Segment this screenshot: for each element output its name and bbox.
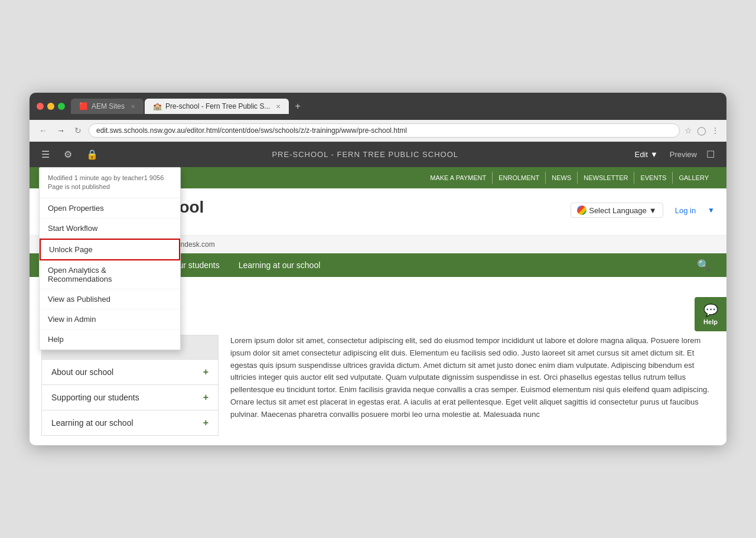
preview-mode-button[interactable]: Preview	[665, 148, 702, 161]
menu-icon[interactable]: ⋮	[711, 126, 719, 135]
help-button-label: Help	[698, 318, 723, 325]
back-button[interactable]: ←	[37, 125, 50, 136]
aem-toolbar-left: ☰ ⚙ 🔒	[39, 146, 100, 162]
help-item[interactable]: Help	[40, 330, 180, 350]
tab-aem-label: AEM Sites	[92, 102, 125, 110]
minimize-window-button[interactable]	[47, 103, 54, 110]
forward-button[interactable]: →	[54, 125, 67, 136]
start-workflow-item[interactable]: Start Workflow	[40, 219, 180, 239]
context-menu: Modified 1 minute ago by teacher1 9056 P…	[39, 167, 181, 350]
address-bar: ← → ↻ ☆ ◯ ⋮	[30, 120, 726, 142]
header-right: Select Language ▼ Log in ▼	[571, 203, 715, 218]
top-nav-enrolment[interactable]: ENROLMENT	[493, 172, 546, 184]
google-icon	[577, 206, 586, 215]
sidebar-about-expand-icon[interactable]: +	[203, 367, 208, 377]
chat-icon: 💬	[698, 303, 723, 317]
sidebar-item-supporting[interactable]: Supporting our students +	[42, 384, 218, 410]
search-icon[interactable]: 🔍	[692, 254, 715, 276]
aem-toolbar-right: Edit ▼ Preview ☐	[630, 146, 717, 162]
top-nav-gallery[interactable]: GALLERY	[673, 172, 715, 184]
sidebar-supporting-expand-icon[interactable]: +	[203, 392, 208, 403]
address-input[interactable]	[89, 123, 680, 138]
edit-chevron-icon: ▼	[650, 150, 658, 159]
tab-aem-sites[interactable]: 🟥 AEM Sites ✕	[71, 99, 144, 114]
tab-preschool[interactable]: 🏫 Pre-school - Fern Tree Public S... ✕	[145, 99, 289, 114]
edit-mode-button[interactable]: Edit ▼	[630, 148, 662, 161]
sidebar-toggle-button[interactable]: ☰	[39, 146, 52, 162]
language-chevron-icon: ▼	[649, 206, 657, 215]
main-nav-learning[interactable]: Learning at our school	[229, 253, 330, 277]
login-button[interactable]: Log in	[670, 204, 700, 217]
aem-toolbar: ☰ ⚙ 🔒 PRE-SCHOOL - FERN TREE PUBLIC SCHO…	[30, 142, 726, 167]
profile-icon[interactable]: ◯	[697, 126, 706, 135]
website-viewport: Modified 1 minute ago by teacher1 9056 P…	[30, 167, 726, 445]
top-nav-payment[interactable]: MAKE A PAYMENT	[424, 172, 493, 184]
sidebar-supporting-label: Supporting our students	[51, 393, 139, 402]
select-language-button[interactable]: Select Language ▼	[571, 203, 663, 218]
browser-tabs: 🟥 AEM Sites ✕ 🏫 Pre-school - Fern Tree P…	[71, 99, 719, 114]
tab-preschool-close[interactable]: ✕	[276, 103, 281, 110]
top-nav-newsletter[interactable]: NEWSLETTER	[578, 172, 634, 184]
sidebar-learning-label: Learning at our school	[51, 418, 133, 428]
aem-settings-button[interactable]: ⚙	[61, 146, 74, 162]
tab-aem-close[interactable]: ✕	[131, 103, 135, 110]
aem-toolbar-title: PRE-SCHOOL - FERN TREE PUBLIC SCHOOL	[272, 150, 458, 159]
tab-preschool-label: Pre-school - Fern Tree Public S...	[165, 102, 270, 110]
aem-lock-button[interactable]: 🔒	[84, 146, 100, 162]
view-admin-item[interactable]: View in Admin	[40, 309, 180, 330]
sidebar-item-learning[interactable]: Learning at our school +	[42, 410, 218, 435]
main-body-text: Lorem ipsum dolor sit amet, consectetur …	[230, 335, 715, 436]
sidebar-learning-expand-icon[interactable]: +	[203, 418, 208, 428]
select-language-label: Select Language	[589, 206, 647, 215]
top-nav-events[interactable]: EVENTS	[634, 172, 673, 184]
traffic-lights	[37, 103, 65, 110]
not-published-text: Page is not published	[48, 182, 172, 191]
bookmark-icon[interactable]: ☆	[685, 126, 692, 135]
reload-button[interactable]: ↻	[72, 125, 84, 136]
new-tab-button[interactable]: +	[290, 99, 305, 114]
login-chevron-icon: ▼	[708, 206, 715, 214]
browser-titlebar: 🟥 AEM Sites ✕ 🏫 Pre-school - Fern Tree P…	[30, 93, 726, 120]
close-window-button[interactable]	[37, 103, 44, 110]
modified-text: Modified 1 minute ago by teacher1 9056	[48, 174, 172, 182]
tab-preschool-icon: 🏫	[153, 102, 162, 110]
context-menu-header: Modified 1 minute ago by teacher1 9056 P…	[40, 168, 180, 198]
maximize-window-button[interactable]	[58, 103, 65, 110]
view-published-item[interactable]: View as Published	[40, 289, 180, 309]
aem-share-button[interactable]: ☐	[704, 146, 717, 162]
sidebar-item-about[interactable]: About our school +	[42, 359, 218, 384]
browser-action-icons: ☆ ◯ ⋮	[685, 126, 719, 135]
unlock-page-item[interactable]: Unlock Page	[40, 239, 180, 260]
help-button[interactable]: 💬 Help	[695, 297, 726, 331]
top-nav-news[interactable]: NEWS	[546, 172, 578, 184]
sidebar-about-label: About our school	[51, 367, 113, 377]
tab-aem-icon: 🟥	[79, 102, 88, 110]
open-properties-item[interactable]: Open Properties	[40, 198, 180, 219]
open-analytics-item[interactable]: Open Analytics & Recommendations	[40, 260, 180, 289]
edit-label: Edit	[634, 150, 647, 159]
